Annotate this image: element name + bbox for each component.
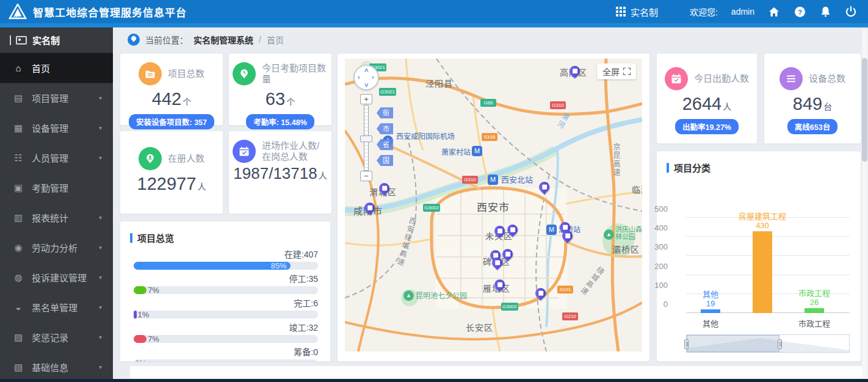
sidebar-item-projects[interactable]: ▤项目管理 bbox=[0, 83, 113, 113]
help-icon[interactable]: ? bbox=[794, 5, 806, 18]
chevron-down-icon bbox=[99, 124, 102, 131]
welcome-text: 欢迎您: bbox=[690, 5, 718, 18]
stat-card-attendance-projects: 今日考勤项目数量 63个 考勤率: 15.48% bbox=[229, 54, 331, 125]
sidebar-menu: ⌂首页 ▤项目管理 ▦设备管理 ☷人员管理 ▣考勤管理 ▥报表统计 ◉劳动力分析… bbox=[0, 53, 113, 382]
chart-bar[interactable] bbox=[701, 309, 720, 313]
progress-track: 7% bbox=[134, 335, 318, 343]
sidebar-item-label: 基础信息 bbox=[32, 361, 68, 373]
app-title: 智慧工地综合管理服务信息平台 bbox=[33, 4, 187, 20]
brand-logo-icon bbox=[9, 4, 27, 20]
y-axis-tick: 500 bbox=[654, 204, 668, 214]
chart-bar-value-label: 其他19 bbox=[683, 290, 738, 309]
sidebar-title: 实名制 bbox=[32, 34, 60, 46]
progress-fill: 85% bbox=[134, 262, 291, 270]
sidebar-item-basic-info[interactable]: ▧基础信息 bbox=[0, 352, 113, 382]
overview-bar-label: 停工:35 bbox=[134, 272, 318, 284]
metro-station-icon: M bbox=[546, 225, 557, 235]
device-icon: ▦ bbox=[12, 123, 24, 134]
stat-value: 122977 bbox=[137, 174, 197, 193]
sidebar-item-labor[interactable]: ◉劳动力分析 bbox=[0, 232, 113, 262]
datazoom-right-handle[interactable] bbox=[778, 339, 782, 349]
sidebar-item-reports[interactable]: ▥报表统计 bbox=[0, 203, 113, 232]
home-icon[interactable] bbox=[768, 5, 780, 18]
stat-label: 项目总数 bbox=[168, 68, 204, 79]
footer-bar bbox=[0, 379, 868, 382]
stat-card-registered: 在册人数 122977人 bbox=[120, 131, 223, 214]
chevron-down-icon bbox=[99, 334, 102, 341]
road-badge: G310 bbox=[550, 101, 566, 109]
sidebar-header: 实名制 bbox=[0, 27, 113, 53]
sidebar-item-home[interactable]: ⌂首页 bbox=[0, 53, 113, 83]
progress-pct: 85% bbox=[271, 261, 287, 270]
pan-right-icon[interactable]: › bbox=[372, 73, 374, 81]
map-label-poi: 萧家村站 bbox=[441, 149, 471, 157]
chart-bar[interactable] bbox=[805, 308, 824, 313]
stat-badge: 考勤率: 15.48% bbox=[246, 114, 314, 129]
sidebar-item-blacklist[interactable]: ◒黑名单管理 bbox=[0, 292, 113, 322]
sidebar-item-complaints[interactable]: ◍投诉建议管理 bbox=[0, 262, 113, 292]
power-icon[interactable] bbox=[845, 5, 857, 18]
map-label-poi: 西安咸阳国际机场 bbox=[396, 133, 455, 141]
feedback-icon: ◍ bbox=[12, 272, 24, 283]
username[interactable]: admin bbox=[731, 7, 754, 16]
progress-pct: 7% bbox=[148, 286, 159, 295]
breadcrumb-current: 首页 bbox=[267, 34, 284, 46]
chart-bar-value-label: 房屋建筑工程430 bbox=[735, 212, 790, 231]
sidebar-item-rewards[interactable]: ▨奖惩记录 bbox=[0, 322, 113, 352]
breadcrumb-root-link[interactable]: 实名制管理系统 bbox=[193, 34, 253, 46]
chart-bar[interactable] bbox=[753, 231, 772, 313]
stat-badge: 安装设备项目数: 357 bbox=[129, 114, 214, 129]
bell-icon[interactable] bbox=[819, 5, 831, 18]
breadcrumb-separator: / bbox=[259, 35, 261, 45]
calendar-check-icon bbox=[233, 140, 256, 163]
calendar-check-icon bbox=[665, 67, 688, 90]
sidebar-item-label: 劳动力分析 bbox=[32, 241, 78, 254]
title-accent-bar bbox=[130, 233, 132, 243]
road-badge: G3002 bbox=[423, 204, 440, 212]
overview-row: 筹备:0 0% bbox=[134, 345, 318, 361]
people-icon: ☷ bbox=[12, 153, 24, 164]
sidebar-item-label: 设备管理 bbox=[32, 121, 68, 134]
pan-left-icon[interactable]: ‹ bbox=[358, 73, 360, 81]
stat-value: 63 bbox=[266, 89, 285, 109]
fullscreen-button[interactable]: 全屏 bbox=[597, 63, 636, 79]
location-pin-icon bbox=[128, 34, 140, 46]
progress-track: 1% bbox=[134, 311, 318, 319]
sidebar-item-label: 报表统计 bbox=[32, 211, 68, 224]
title-accent-bar bbox=[667, 163, 669, 173]
bar-chart-plot: 500 400 300 200 100 0 其他19 房屋建筑工程430 市政工… bbox=[686, 218, 850, 313]
zoom-slider-handle[interactable] bbox=[360, 135, 372, 142]
sidebar: 实名制 ⌂首页 ▤项目管理 ▦设备管理 ☷人员管理 ▣考勤管理 ▥报表统计 ◉劳… bbox=[0, 27, 113, 382]
datazoom-left-handle[interactable] bbox=[684, 339, 689, 349]
home-icon: ⌂ bbox=[12, 63, 24, 73]
sidebar-item-label: 项目管理 bbox=[32, 92, 68, 104]
progress-fill: 7% bbox=[134, 335, 146, 343]
stat-label: 进场作业人数/在岗总人数 bbox=[262, 140, 328, 162]
blacklist-icon: ◒ bbox=[12, 302, 24, 312]
zoom-out-button[interactable] bbox=[360, 171, 372, 181]
stat-value: 1987/13718 bbox=[233, 164, 317, 182]
attendance-icon: ▣ bbox=[12, 182, 24, 193]
app-switcher[interactable]: 实名制 bbox=[616, 5, 658, 18]
y-axis-tick: 400 bbox=[654, 223, 668, 232]
road-badge: G65 bbox=[480, 99, 496, 107]
metro-station-icon: M bbox=[488, 175, 498, 185]
sidebar-item-devices[interactable]: ▦设备管理 bbox=[0, 113, 113, 143]
zoom-in-button[interactable] bbox=[360, 94, 372, 104]
map-canvas[interactable]: 泾阳县 高陵区 渭城区 咸阳市 西安市 未央区 灞桥区 碑林区 雁塔区 长安区 … bbox=[345, 59, 642, 351]
map-label-park: 洪庆山森林公园 bbox=[615, 226, 642, 240]
pan-down-icon[interactable]: ˅ bbox=[364, 81, 368, 88]
map-label-district: 泾阳县 bbox=[425, 77, 453, 89]
application-window: 智慧工地综合管理服务信息平台 实名制 欢迎您: admin ? bbox=[0, 0, 868, 382]
main-scrollbar-thumb[interactable] bbox=[862, 58, 867, 162]
sidebar-item-attendance[interactable]: ▣考勤管理 bbox=[0, 173, 113, 203]
map-pan-control[interactable]: ˄ ˅ ‹ › bbox=[353, 65, 379, 90]
breadcrumb: 当前位置： 实名制管理系统 / 首页 bbox=[128, 34, 284, 46]
sidebar-item-personnel[interactable]: ☷人员管理 bbox=[0, 143, 113, 173]
fullscreen-label: 全屏 bbox=[602, 65, 620, 77]
datazoom-selected-range[interactable] bbox=[687, 335, 779, 352]
park-icon: ▲ bbox=[604, 229, 614, 240]
datazoom-slider[interactable] bbox=[686, 334, 850, 353]
pan-up-icon[interactable]: ˄ bbox=[364, 67, 368, 74]
stat-label: 今日出勤人数 bbox=[694, 73, 749, 84]
